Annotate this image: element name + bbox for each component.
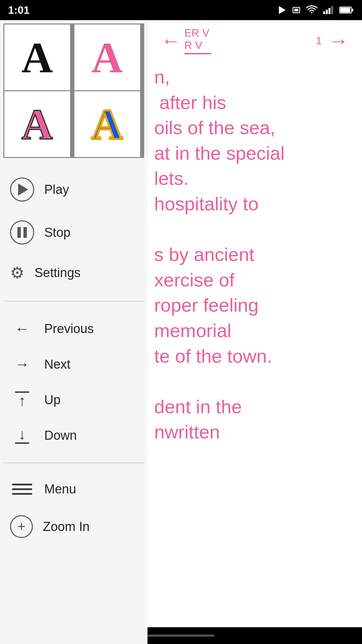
play-label: Play bbox=[44, 182, 69, 197]
font-cell-blue-yellow[interactable]: A bbox=[74, 91, 140, 157]
font-letter-blue-yellow: A bbox=[92, 99, 123, 149]
status-time: 1:01 bbox=[8, 4, 29, 16]
svg-rect-5 bbox=[328, 8, 330, 14]
chapter-info: ER V R V bbox=[181, 27, 316, 54]
play-icon bbox=[10, 177, 34, 202]
text-line-6: s by ancient bbox=[154, 242, 352, 267]
page-number: 1 bbox=[316, 35, 322, 47]
previous-button[interactable]: ← Previous bbox=[3, 311, 144, 346]
svg-rect-6 bbox=[331, 6, 333, 14]
left-panel: A A A A Play bbox=[0, 20, 147, 644]
svg-rect-9 bbox=[340, 8, 350, 12]
svg-rect-3 bbox=[323, 11, 325, 14]
right-nav: ← ER V R V 1 → bbox=[147, 20, 362, 54]
divider-2 bbox=[3, 463, 144, 463]
up-icon: ↑ bbox=[10, 391, 34, 408]
text-line-4: lets. bbox=[154, 166, 352, 191]
divider-1 bbox=[3, 301, 144, 302]
down-button[interactable]: ↓ Down bbox=[3, 418, 144, 453]
svg-rect-8 bbox=[352, 9, 353, 11]
signal-icon bbox=[322, 5, 335, 15]
arrow-right-icon: → bbox=[10, 356, 34, 373]
settings-label: Settings bbox=[35, 266, 80, 280]
down-label: Down bbox=[44, 428, 77, 443]
text-line-1: after his bbox=[154, 90, 352, 115]
text-line-blank2 bbox=[154, 369, 352, 394]
text-line-9: memorial bbox=[154, 318, 352, 343]
stop-label: Stop bbox=[44, 225, 70, 240]
up-label: Up bbox=[44, 393, 61, 407]
status-icons bbox=[276, 5, 354, 15]
font-cell-black[interactable]: A bbox=[4, 24, 70, 90]
svg-rect-4 bbox=[326, 10, 328, 14]
gear-icon: ⚙ bbox=[10, 263, 24, 282]
chapter-label-line1: ER V bbox=[184, 27, 209, 39]
menu-button[interactable]: Menu bbox=[3, 473, 144, 506]
font-cell-pink-outline[interactable]: A bbox=[4, 91, 70, 157]
font-letter-pink-outline: A bbox=[21, 99, 53, 149]
zoom-in-button[interactable]: + Zoom In bbox=[3, 506, 144, 547]
svg-rect-2 bbox=[294, 9, 298, 11]
text-line-12: nwritten bbox=[154, 419, 352, 445]
status-bar: 1:01 bbox=[0, 0, 362, 20]
sim-icon bbox=[292, 5, 301, 15]
text-line-10: te of the town. bbox=[154, 343, 352, 369]
pause-icon bbox=[17, 227, 27, 238]
down-icon: ↓ bbox=[10, 427, 34, 444]
up-button[interactable]: ↑ Up bbox=[3, 382, 144, 418]
play-button[interactable]: Play bbox=[3, 168, 144, 211]
text-line-7: xercise of bbox=[154, 267, 352, 293]
next-button[interactable]: → Next bbox=[3, 346, 144, 382]
nav-forward-arrow[interactable]: → bbox=[328, 29, 349, 52]
stop-icon bbox=[10, 220, 34, 245]
previous-label: Previous bbox=[44, 322, 94, 336]
text-line-5: hospitality to bbox=[154, 191, 352, 217]
font-letter-black: A bbox=[21, 32, 53, 83]
font-letter-pink-thin: A bbox=[92, 32, 123, 83]
text-line-3: at in the special bbox=[154, 141, 352, 166]
play-triangle bbox=[18, 183, 28, 196]
menu-label: Menu bbox=[44, 482, 76, 496]
stop-button[interactable]: Stop bbox=[3, 211, 144, 254]
text-line-0: n, bbox=[154, 64, 352, 90]
menu-section-controls: Play Stop ⚙ Settings bbox=[0, 161, 147, 298]
text-line-8: roper feeling bbox=[154, 292, 352, 318]
text-line-blank1 bbox=[154, 217, 352, 242]
chapter-label-line2: R V bbox=[184, 39, 202, 52]
wifi-icon bbox=[306, 5, 318, 15]
nav-back-arrow[interactable]: ← bbox=[161, 29, 181, 52]
menu-section-navigation: ← Previous → Next ↑ Up ↓ bbox=[0, 304, 147, 460]
chapter-underline bbox=[184, 53, 211, 54]
hamburger-icon bbox=[10, 484, 34, 495]
svg-marker-0 bbox=[279, 6, 286, 14]
zoom-in-label: Zoom In bbox=[43, 520, 89, 534]
main-layout: A A A A Play bbox=[0, 20, 362, 644]
next-label: Next bbox=[44, 357, 70, 372]
right-panel: ← ER V R V 1 → n, after his oils of the … bbox=[147, 20, 362, 644]
text-line-2: oils of the sea, bbox=[154, 115, 352, 141]
bottom-indicator bbox=[147, 635, 215, 637]
font-grid: A A A A bbox=[3, 23, 144, 158]
font-cell-pink-thin[interactable]: A bbox=[74, 24, 140, 90]
arrow-left-icon: ← bbox=[10, 320, 34, 337]
media-icon bbox=[276, 5, 287, 15]
menu-section-extra: Menu + Zoom In bbox=[0, 466, 147, 554]
battery-icon bbox=[339, 6, 354, 14]
text-line-11: dent in the bbox=[154, 394, 352, 420]
zoom-icon: + bbox=[10, 515, 33, 538]
right-content: n, after his oils of the sea, at in the … bbox=[147, 54, 362, 445]
settings-button[interactable]: ⚙ Settings bbox=[3, 254, 144, 291]
